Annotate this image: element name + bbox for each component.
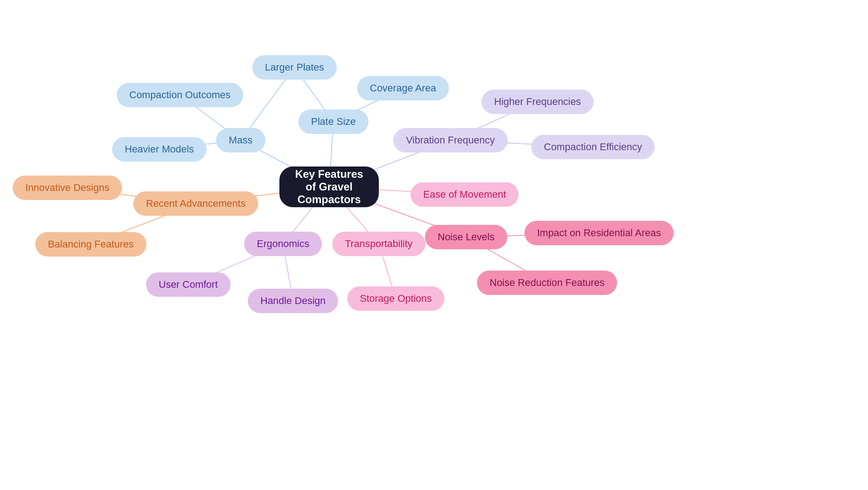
center-node: Key Features of Gravel Compactors [279, 167, 379, 207]
balancing-features-node: Balancing Features [35, 232, 146, 257]
higher-frequencies-node: Higher Frequencies [481, 90, 594, 114]
innovative-designs-node: Innovative Designs [13, 176, 122, 200]
heavier-models-node: Heavier Models [112, 137, 207, 162]
mass-node: Mass [216, 128, 265, 152]
impact-on-residential-areas-node: Impact on Residential Areas [524, 221, 674, 245]
ergonomics-node: Ergonomics [244, 232, 322, 256]
storage-options-node: Storage Options [347, 286, 444, 311]
user-comfort-node: User Comfort [146, 272, 231, 297]
noise-levels-node: Noise Levels [425, 225, 507, 249]
larger-plates-node: Larger Plates [252, 55, 337, 80]
compaction-efficiency-node: Compaction Efficiency [531, 135, 655, 159]
compaction-outcomes-node: Compaction Outcomes [117, 83, 243, 107]
coverage-area-node: Coverage Area [357, 76, 449, 100]
recent-advancements-node: Recent Advancements [133, 191, 258, 216]
vibration-frequency-node: Vibration Frequency [393, 128, 508, 152]
plate-size-node: Plate Size [298, 109, 368, 134]
ease-of-movement-node: Ease of Movement [410, 182, 519, 207]
noise-reduction-features-node: Noise Reduction Features [477, 271, 617, 295]
handle-design-node: Handle Design [248, 289, 338, 313]
transportability-node: Transportability [332, 232, 425, 256]
